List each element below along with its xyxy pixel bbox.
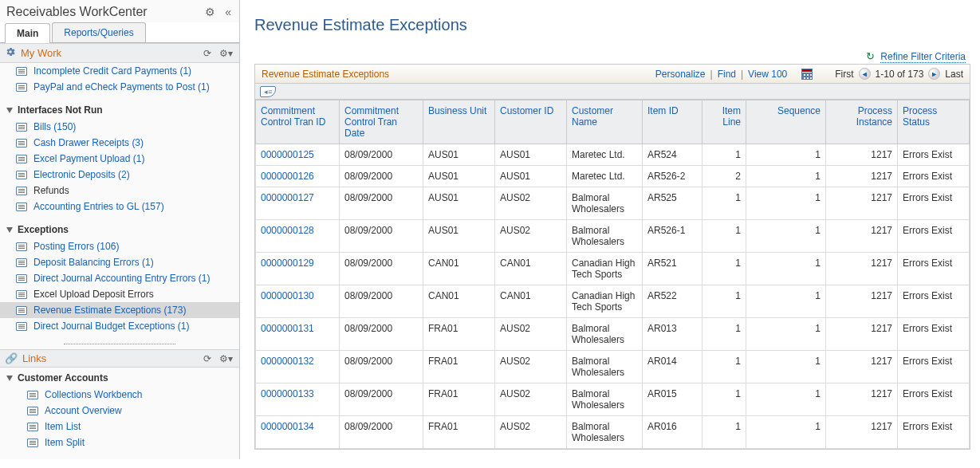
nav-item[interactable]: Incomplete Credit Card Payments (1) (0, 63, 239, 79)
cell-bu: FRA01 (423, 416, 495, 449)
nav-item-label[interactable]: Posting Errors (106) (33, 241, 119, 252)
refresh-criteria-icon[interactable]: ↻ (866, 50, 875, 62)
cell-tranid[interactable]: 0000000132 (256, 351, 340, 383)
cell-pinst: 1217 (826, 285, 898, 318)
cell-seq: 1 (746, 383, 826, 416)
nav-item-label[interactable]: Item Split (45, 437, 85, 448)
cell-seq: 1 (746, 253, 826, 285)
doc-icon (16, 322, 27, 331)
nav-item[interactable]: Posting Errors (106) (0, 238, 239, 254)
nav-item[interactable]: Refunds (0, 183, 239, 199)
nav-item[interactable]: Revenue Estimate Exceptions (173) (0, 302, 239, 318)
nav-item-label[interactable]: Cash Drawer Receipts (3) (33, 137, 144, 148)
nav-item[interactable]: Bills (150) (0, 119, 239, 135)
section-gear-dropdown-icon[interactable]: ⚙▾ (219, 353, 233, 364)
cell-tranid[interactable]: 0000000131 (256, 318, 340, 351)
nav-item-label[interactable]: Direct Journal Budget Exceptions (1) (33, 321, 189, 332)
group-interfaces-not-run[interactable]: Interfaces Not Run (0, 100, 239, 119)
nav-item[interactable]: Collections Workbench (0, 387, 239, 403)
spreadsheet-icon[interactable] (801, 69, 813, 80)
group-customer-accounts-title: Customer Accounts (18, 372, 108, 383)
col-custid[interactable]: Customer ID (495, 100, 567, 144)
section-links-title: Links (22, 352, 46, 364)
col-trandate[interactable]: Commitment Control Tran Date (340, 100, 423, 144)
nav-item-label[interactable]: Electronic Deposits (2) (33, 169, 130, 180)
section-gear-dropdown-icon[interactable]: ⚙▾ (219, 48, 233, 59)
section-my-work-title: My Work (21, 47, 61, 59)
cell-custid: AUS02 (495, 383, 567, 416)
cell-tranid[interactable]: 0000000128 (256, 220, 340, 253)
nav-item-label[interactable]: Item List (45, 421, 81, 432)
pager-first-link[interactable]: First (835, 69, 853, 80)
nav-item-label[interactable]: Accounting Entries to GL (157) (33, 201, 164, 212)
settings-gear-icon[interactable]: ⚙ (205, 6, 215, 18)
doc-icon (16, 83, 27, 92)
nav-item[interactable]: PayPal and eCheck Payments to Post (1) (0, 79, 239, 95)
refine-filter-criteria-link[interactable]: Refine Filter Criteria (880, 51, 966, 63)
cell-custname: Balmoral Wholesalers (567, 187, 643, 220)
separator (64, 344, 175, 344)
nav-item-label[interactable]: Excel Upload Deposit Errors (33, 289, 154, 300)
doc-icon (16, 258, 27, 267)
pager-prev-icon[interactable]: ◄ (859, 68, 871, 80)
nav-item-label[interactable]: Revenue Estimate Exceptions (173) (33, 305, 186, 316)
doc-icon (16, 139, 27, 147)
nav-item-label[interactable]: Bills (150) (33, 121, 76, 132)
col-itemid[interactable]: Item ID (643, 100, 703, 144)
nav-item[interactable]: Item List (0, 419, 239, 435)
cell-itemid: AR524 (643, 144, 703, 166)
col-pstat[interactable]: Process Status (898, 100, 970, 144)
nav-item[interactable]: Account Overview (0, 403, 239, 419)
cell-tranid[interactable]: 0000000126 (256, 166, 340, 187)
group-customer-accounts[interactable]: Customer Accounts (0, 368, 239, 387)
doc-icon (16, 67, 27, 76)
cell-tranid[interactable]: 0000000134 (256, 416, 340, 449)
nav-item-label[interactable]: Refunds (33, 185, 69, 196)
cell-tranid[interactable]: 0000000125 (256, 144, 340, 166)
nav-item-label[interactable]: Account Overview (45, 405, 122, 416)
nav-item-label[interactable]: Deposit Balancing Errors (1) (33, 257, 154, 268)
nav-item-label[interactable]: Incomplete Credit Card Payments (1) (33, 65, 191, 77)
nav-item[interactable]: Deposit Balancing Errors (1) (0, 254, 239, 270)
table-row: 000000013408/09/2000FRA01AUS02Balmoral W… (256, 416, 970, 449)
pager-last-link[interactable]: Last (945, 69, 963, 80)
nav-item[interactable]: Excel Upload Deposit Errors (0, 286, 239, 302)
nav-item-label[interactable]: Excel Payment Upload (1) (33, 153, 144, 164)
collapse-sidebar-icon[interactable]: « (225, 6, 231, 18)
nav-item[interactable]: Direct Journal Accounting Entry Errors (… (0, 270, 239, 286)
nav-item-label[interactable]: Collections Workbench (45, 389, 143, 400)
refresh-icon[interactable]: ⟳ (203, 353, 211, 364)
nav-item[interactable]: Excel Payment Upload (1) (0, 151, 239, 167)
view-all-link[interactable]: View 100 (748, 69, 787, 80)
tab-main[interactable]: Main (5, 23, 50, 43)
refresh-icon[interactable]: ⟳ (203, 48, 211, 59)
nav-item[interactable]: Item Split (0, 435, 239, 450)
cell-tranid[interactable]: 0000000133 (256, 383, 340, 416)
nav-item[interactable]: Direct Journal Budget Exceptions (1) (0, 318, 239, 334)
grid-collapse-icon[interactable]: ◂≡ (260, 86, 276, 97)
find-link[interactable]: Find (718, 69, 736, 80)
panel-header: Revenue Estimate Exceptions Personalize … (255, 65, 970, 84)
col-pinst[interactable]: Process Instance (826, 100, 898, 144)
nav-item[interactable]: Accounting Entries to GL (157) (0, 199, 239, 214)
cell-tranid[interactable]: 0000000127 (256, 187, 340, 220)
cell-custname: Maretec Ltd. (567, 144, 643, 166)
pager-next-icon[interactable]: ► (928, 68, 940, 80)
col-custname[interactable]: Customer Name (567, 100, 643, 144)
cell-itemid: AR015 (643, 383, 703, 416)
doc-icon (27, 423, 38, 431)
cell-tranid[interactable]: 0000000130 (256, 285, 340, 318)
cell-itemid: AR526-1 (643, 220, 703, 253)
col-itemline[interactable]: Item Line (703, 100, 746, 144)
nav-item-label[interactable]: Direct Journal Accounting Entry Errors (… (33, 273, 210, 284)
tab-reports-queries[interactable]: Reports/Queries (52, 22, 145, 42)
nav-item-label[interactable]: PayPal and eCheck Payments to Post (1) (33, 81, 210, 92)
col-bu[interactable]: Business Unit (423, 100, 495, 144)
nav-item[interactable]: Cash Drawer Receipts (3) (0, 135, 239, 151)
nav-item[interactable]: Electronic Deposits (2) (0, 167, 239, 183)
cell-tranid[interactable]: 0000000129 (256, 253, 340, 285)
col-sequence[interactable]: Sequence (746, 100, 826, 144)
personalize-link[interactable]: Personalize (655, 69, 706, 80)
col-tranid[interactable]: Commitment Control Tran ID (256, 100, 340, 144)
group-exceptions[interactable]: Exceptions (0, 219, 239, 238)
